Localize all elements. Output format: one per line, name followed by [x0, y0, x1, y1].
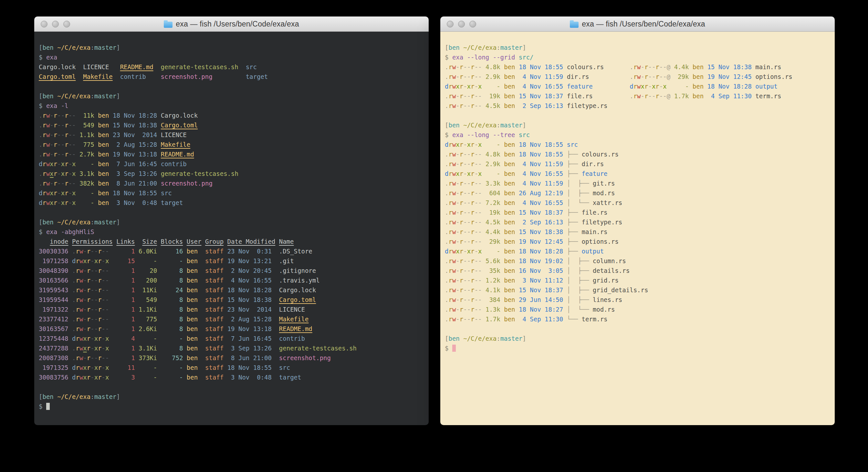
- permission-char: w: [80, 296, 83, 303]
- permission-char: -: [68, 122, 72, 129]
- permission-char: -: [83, 325, 87, 332]
- permission-char: -: [102, 296, 105, 303]
- permission-char: r: [87, 325, 90, 332]
- text-segment: ~/C/e/exa: [57, 92, 90, 99]
- permission-char: .: [445, 189, 448, 197]
- text-segment: 31959543: [39, 287, 68, 294]
- permission-char: r: [87, 267, 90, 274]
- permission-char: -: [467, 209, 471, 216]
- text-segment: ~/C/e/exa: [57, 218, 90, 226]
- text-segment: [198, 306, 205, 313]
- text-segment: [198, 345, 205, 352]
- permission-char: -: [61, 141, 65, 148]
- permission-char: -: [102, 287, 105, 294]
- terminal-line: drwxr-xr-x - ben 18 Nov 18:55 src: [445, 140, 831, 149]
- text-segment: [500, 92, 504, 99]
- text-segment: 2.9k: [486, 160, 500, 168]
- permission-char: -: [94, 354, 98, 361]
- permission-char: -: [102, 364, 105, 371]
- text-segment: staff: [205, 335, 223, 342]
- text-segment: [109, 296, 117, 303]
- terminal-content[interactable]: [ben ~/C/e/exa:master]$ exa --long --gri…: [440, 32, 835, 425]
- permission-char: r: [54, 180, 57, 187]
- minimize-button[interactable]: [458, 21, 465, 28]
- permission-char: -: [648, 83, 652, 90]
- text-segment: [670, 73, 674, 80]
- permission-char: -: [474, 248, 478, 255]
- permission-char: -: [57, 131, 61, 138]
- zoom-button[interactable]: [63, 21, 70, 28]
- permission-char: -: [648, 92, 652, 99]
- text-segment: [563, 238, 567, 245]
- terminal-line: 31959544 .rw-r--r-- 1 549 8 ben staff 15…: [39, 295, 425, 304]
- permission-char: x: [478, 170, 482, 177]
- permission-char: -: [463, 277, 467, 284]
- permission-char: -: [467, 63, 471, 70]
- terminal-line: [445, 324, 831, 334]
- permission-char: -: [102, 354, 105, 361]
- close-button[interactable]: [447, 21, 454, 28]
- text-segment: [563, 92, 567, 99]
- permission-char: r: [448, 151, 452, 158]
- permission-char: -: [68, 180, 72, 187]
- zoom-button[interactable]: [469, 21, 476, 28]
- permission-char: -: [72, 122, 75, 129]
- text-segment: [68, 325, 72, 332]
- text-segment: [482, 218, 486, 226]
- permission-char: x: [83, 364, 87, 371]
- permission-char: -: [467, 102, 471, 109]
- permission-char: x: [61, 189, 65, 197]
- text-segment: ben: [98, 122, 109, 129]
- text-segment: ben: [187, 287, 198, 294]
- permission-char: r: [75, 296, 79, 303]
- terminal-content[interactable]: [ben ~/C/e/exa:master]$ exaCargo.lock LI…: [34, 32, 429, 425]
- text-segment: ~/C/e/exa: [463, 44, 497, 51]
- permission-char: -: [463, 180, 467, 187]
- text-segment: [752, 63, 755, 70]
- titlebar[interactable]: exa — fish /Users/ben/Code/exa/exa: [440, 17, 835, 32]
- text-segment: -: [80, 160, 94, 168]
- terminal-line: .rw-r--r-- 384 ben 29 Jun 14:50 │ ├── li…: [445, 295, 831, 304]
- permission-char: r: [448, 160, 452, 168]
- text-segment: [68, 345, 72, 352]
- minimize-button[interactable]: [52, 21, 59, 28]
- permission-char: -: [105, 316, 109, 323]
- permission-char: w: [452, 189, 456, 197]
- permission-char: r: [98, 287, 101, 294]
- permission-char: r: [54, 122, 57, 129]
- text-segment: [68, 374, 72, 381]
- permission-char: r: [448, 141, 452, 148]
- permission-char: -: [463, 160, 467, 168]
- permission-char: .: [72, 354, 75, 361]
- text-segment: ben: [448, 335, 459, 342]
- permission-char: .: [445, 151, 448, 158]
- permission-char: .: [72, 296, 75, 303]
- text-segment: 16 Nov 3:05: [519, 267, 563, 274]
- text-segment: 604: [486, 189, 500, 197]
- text-segment: [68, 306, 72, 313]
- permission-char: -: [463, 73, 467, 80]
- terminal-line: inode Permissions Links Size Blocks User…: [39, 237, 425, 246]
- text-segment: [500, 151, 504, 158]
- permission-char: r: [75, 257, 79, 264]
- permission-char: .: [445, 267, 448, 274]
- permission-char: r: [645, 92, 648, 99]
- permission-char: -: [478, 316, 482, 323]
- terminal-line: .rw-r--r-- 4.8k ben 18 Nov 18:55 ├── col…: [445, 149, 831, 159]
- terminal-line: .rw-r--r-- 4.8k ben 18 Nov 18:55 colours…: [445, 62, 831, 72]
- text-segment: [482, 316, 486, 323]
- text-segment: [500, 238, 504, 245]
- text-segment: [109, 112, 113, 119]
- text-segment: [198, 325, 205, 332]
- text-segment: inode: [50, 238, 68, 245]
- close-button[interactable]: [41, 21, 48, 28]
- permission-char: r: [75, 364, 79, 371]
- permission-char: -: [474, 170, 478, 177]
- permission-char: r: [448, 267, 452, 274]
- text-segment: [183, 267, 186, 274]
- titlebar[interactable]: exa — fish /Users/ben/Code/exa/exa: [34, 17, 429, 32]
- permission-char: r: [42, 122, 46, 129]
- permission-char: r: [655, 92, 659, 99]
- permission-char: r: [75, 335, 79, 342]
- text-segment: 3 Sep 13:26: [113, 170, 157, 177]
